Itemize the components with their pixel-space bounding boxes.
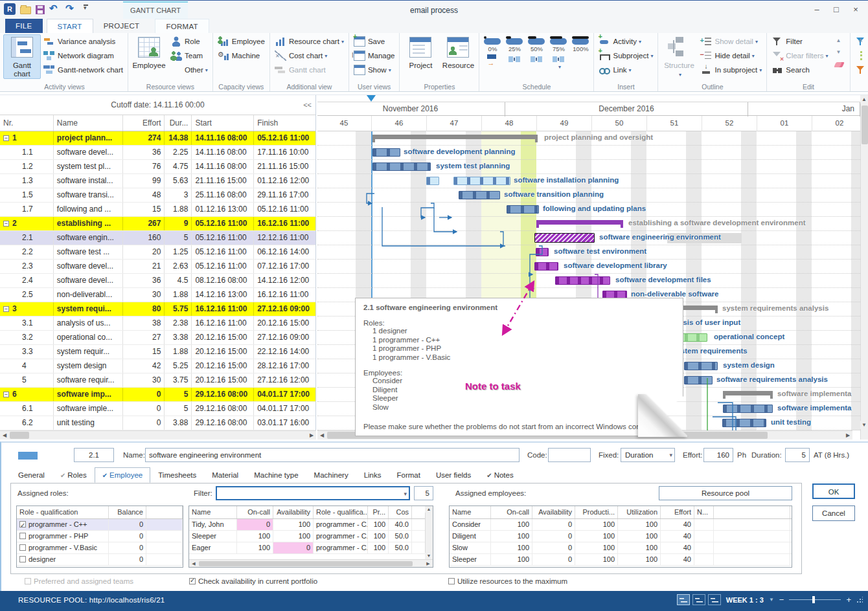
table-row[interactable]: Consider100010010040 — [450, 519, 792, 531]
filter-select[interactable] — [216, 486, 410, 500]
table-row[interactable]: 1.7following and ...151.8801.12.16 13:00… — [0, 203, 315, 217]
employee-button[interactable]: Employee — [215, 34, 268, 49]
zoom-out-button[interactable]: − — [779, 595, 784, 605]
close-button[interactable]: × — [846, 3, 865, 17]
project-button[interactable]: Project — [402, 34, 439, 78]
column-header[interactable] — [714, 506, 790, 518]
column-header[interactable]: Role - qualification — [17, 506, 109, 518]
p75-button[interactable]: 75% — [548, 36, 569, 53]
network-diagram-button[interactable]: Network diagram — [41, 49, 126, 63]
minimize-button[interactable]: – — [807, 3, 827, 17]
cost-chart-button[interactable]: Cost chart▾ — [272, 49, 347, 63]
timescale-label[interactable]: WEEK 1 : 3 — [726, 596, 764, 604]
scroll-left-icon[interactable]: ◀ — [189, 560, 198, 567]
s-join-button[interactable] — [526, 53, 547, 65]
table-row[interactable]: 6.1software imple...0529.12.16 08:0004.0… — [0, 402, 315, 416]
gantt-task-bar[interactable] — [372, 148, 400, 157]
collapse-icon[interactable]: − — [3, 306, 9, 312]
table-row[interactable]: 3.2operational co...273.3820.12.16 15:00… — [0, 331, 315, 345]
activity-button[interactable]: Activity▾ — [596, 34, 656, 49]
table-row[interactable]: Tidy, John0100programmer - C...10040.0 — [189, 519, 433, 531]
column-header-dur[interactable]: Dur... — [165, 115, 192, 131]
maximize-button[interactable]: □ — [827, 3, 846, 17]
column-header-name[interactable]: Name — [54, 115, 123, 131]
column-header[interactable]: N... — [694, 506, 714, 518]
table-row[interactable]: Slow100010010040 — [450, 542, 792, 554]
scroll-up-icon[interactable]: ▲ — [425, 506, 433, 513]
table-row[interactable]: Diligent100010010040 — [450, 531, 792, 542]
p100-button[interactable]: 100% — [570, 36, 591, 53]
column-header[interactable]: On-call — [237, 506, 273, 518]
tab-file[interactable]: FILE — [5, 19, 43, 33]
resource-chart-button[interactable]: Resource chart▾ — [272, 34, 347, 49]
other-button[interactable]: Other▾ — [168, 63, 211, 77]
s-split-button[interactable] — [504, 53, 525, 65]
employee-view-icon[interactable] — [692, 594, 705, 605]
tab-machine-type[interactable]: Machine type — [246, 467, 306, 483]
link-button[interactable]: Link▾ — [596, 63, 656, 77]
table-row[interactable]: 2.5non-deliverabl...301.8814.12.16 13:00… — [0, 288, 315, 302]
column-header-effort[interactable]: Effort — [123, 115, 165, 131]
table-row[interactable]: Eager1000programmer - C...10050.0 — [189, 542, 433, 554]
gantt-task-bar[interactable] — [453, 177, 510, 185]
gantt-vertical-scrollbar[interactable]: ▲ ▼ — [860, 95, 868, 439]
scroll-left-icon[interactable]: ◀ — [0, 431, 9, 439]
team-button[interactable]: Team — [168, 49, 211, 63]
table-horizontal-scrollbar[interactable]: ◀ ▶ — [0, 430, 316, 439]
column-header[interactable]: On-call — [491, 506, 532, 518]
save-button[interactable]: Save — [351, 34, 398, 49]
table-row[interactable]: −1project plann...27414.3814.11.16 08:00… — [0, 131, 315, 146]
current-date-button[interactable]: Current date — [852, 49, 868, 63]
role-checkbox[interactable] — [19, 544, 26, 551]
gantt-task-bar[interactable] — [684, 376, 713, 384]
gantt-summary-bar[interactable] — [723, 391, 773, 395]
in-subproject-button[interactable]: In subproject▾ — [698, 63, 764, 77]
table-row[interactable]: 1.2system test pl...764.7514.11.16 08:00… — [0, 160, 315, 174]
gantt-chart-button[interactable]: Ganttchart — [3, 34, 41, 79]
role-checkbox[interactable] — [19, 521, 26, 528]
search-button[interactable]: Search — [769, 63, 830, 77]
machine-button[interactable]: Machine — [215, 49, 268, 63]
gantt-task-bar[interactable] — [555, 276, 610, 285]
table-row[interactable]: 2.4software devel...364.508.12.16 08:001… — [0, 274, 315, 288]
column-header[interactable]: Effort — [661, 506, 694, 518]
task-number-field[interactable]: 2.1 — [74, 448, 114, 462]
arr-up-button[interactable] — [832, 36, 847, 47]
scroll-down-icon[interactable]: ▼ — [860, 421, 868, 429]
gantt-network-chart-button[interactable]: Gantt-network chart — [41, 63, 126, 77]
gantt-chart-button[interactable]: Gantt chart — [272, 63, 347, 77]
table-row[interactable]: −3system requi...805.7516.12.16 11:0027.… — [0, 302, 315, 317]
collapse-icon[interactable]: − — [3, 392, 9, 397]
scroll-left-icon[interactable]: ◀ — [317, 431, 326, 439]
gantt-task-bar[interactable] — [684, 362, 718, 370]
cancel-button[interactable]: Cancel — [812, 505, 855, 521]
gantt-summary-bar[interactable] — [372, 135, 538, 139]
table-row[interactable]: 1.1software devel...362.2514.11.16 08:00… — [0, 146, 315, 160]
gantt-task-bar[interactable] — [426, 177, 439, 185]
gantt-task-bar[interactable] — [534, 262, 558, 271]
s-join2-button[interactable]: ▾ — [548, 53, 569, 71]
table-row[interactable]: designer0 — [17, 554, 183, 566]
table-row[interactable]: 2.2software test ...201.2505.12.16 11:00… — [0, 245, 315, 260]
column-header[interactable]: Pr... — [368, 506, 389, 518]
ok-button[interactable]: OK — [812, 483, 855, 499]
duration-input[interactable]: 5 — [785, 448, 810, 462]
gantt-task-bar[interactable] — [459, 191, 500, 199]
project-start-button[interactable]: Project start▾ — [852, 63, 868, 77]
column-header[interactable]: Availability — [532, 506, 575, 518]
hide-detail-button[interactable]: Hide detail▾ — [698, 49, 764, 63]
role-checkbox[interactable] — [19, 556, 26, 562]
column-header[interactable]: Balance — [109, 506, 146, 518]
gantt-summary-bar[interactable] — [536, 220, 623, 225]
tab-machinery[interactable]: Machinery — [306, 467, 356, 483]
column-header[interactable]: Name — [189, 506, 237, 518]
gantt-task-bar[interactable] — [534, 233, 595, 243]
utilize-resources-checkbox[interactable]: Utilize resources to the maximum — [448, 577, 567, 585]
zoom-in-button[interactable]: + — [846, 595, 851, 605]
show-button[interactable]: Show▾ — [351, 63, 398, 77]
tab-roles[interactable]: ✔Roles — [52, 467, 95, 483]
scrollbar-thumb[interactable] — [862, 106, 868, 144]
table-row[interactable]: 3.1analysis of us...382.3816.12.16 11:00… — [0, 317, 315, 331]
cutoff-date-marker-icon[interactable] — [367, 95, 376, 102]
table-row[interactable]: Sleeper100010010040 — [450, 554, 792, 566]
